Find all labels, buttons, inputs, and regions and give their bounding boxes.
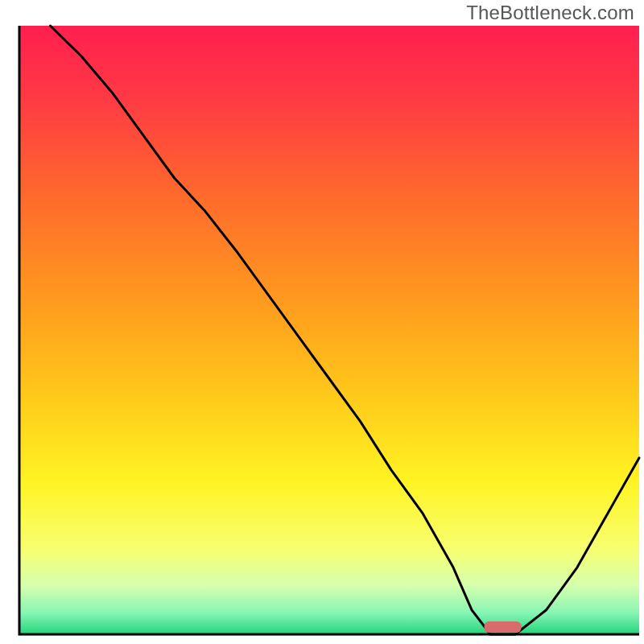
bottleneck-curve-plot (0, 0, 644, 644)
optimal-marker (485, 621, 522, 633)
chart-stage: TheBottleneck.com (0, 0, 644, 644)
plot-background (19, 26, 639, 634)
